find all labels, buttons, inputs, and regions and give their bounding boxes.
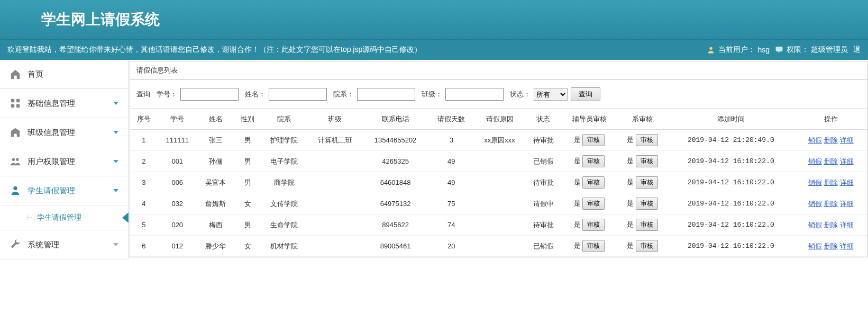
delete-link[interactable]: 删除 — [824, 221, 838, 229]
cell-addtime: 2019-04-12 16:10:22.0 — [668, 236, 794, 257]
class-label: 班级： — [422, 90, 442, 99]
cell-phone: 89005461 — [362, 236, 428, 257]
sidebar-label: 用户权限管理 — [28, 157, 75, 167]
cell-days: 49 — [428, 172, 474, 193]
detail-link[interactable]: 详细 — [840, 200, 854, 208]
delete-link[interactable]: 删除 — [824, 242, 838, 250]
user-label: 当前用户： — [718, 45, 755, 55]
welcome-text: 欢迎登陆我站，希望能给你带来好心情，其他话语请您自己修改，谢谢合作！（注：此处文… — [7, 45, 707, 55]
cell-advisor: 是 审核 — [562, 193, 617, 214]
sidebar-subitem-leave[interactable]: 学生请假管理 — [0, 205, 128, 230]
sidebar-item-user[interactable]: 用户权限管理 — [0, 147, 128, 176]
cancel-link[interactable]: 销假 — [808, 136, 822, 144]
delete-link[interactable]: 删除 — [824, 157, 838, 165]
sidebar-item-home[interactable]: 首页 — [0, 60, 128, 89]
class-input[interactable] — [445, 88, 504, 101]
col-status: 状态 — [525, 109, 562, 130]
header-subbar: 欢迎登陆我站，希望能给你带来好心情，其他话语请您自己修改，谢谢合作！（注：此处文… — [0, 40, 868, 60]
col-reason: 请假原因 — [474, 109, 525, 130]
cell-phone: 4265325 — [362, 151, 428, 172]
advisor-review-button[interactable]: 审核 — [582, 134, 605, 146]
dept-review-button[interactable]: 审核 — [636, 155, 658, 167]
cell-gender: 男 — [234, 214, 261, 236]
cell-name: 詹姆斯 — [197, 193, 234, 214]
cell-name: 孙俪 — [197, 151, 234, 172]
svg-point-9 — [13, 186, 17, 190]
delete-link[interactable]: 删除 — [824, 178, 838, 186]
cell-class — [307, 151, 363, 172]
cell-seq: 5 — [130, 214, 158, 236]
cancel-link[interactable]: 销假 — [808, 157, 822, 165]
chevron-down-icon — [113, 131, 118, 134]
sidebar-label: 学生请假管理 — [28, 186, 75, 196]
detail-link[interactable]: 详细 — [840, 221, 854, 229]
cell-days: 49 — [428, 151, 474, 172]
dept-review-button[interactable]: 审核 — [636, 219, 658, 231]
sidebar-item-base[interactable]: 基础信息管理 — [0, 89, 128, 118]
cell-advisor: 是 审核 — [562, 236, 617, 257]
advisor-review-button[interactable]: 审核 — [582, 219, 605, 231]
dept-review-button[interactable]: 审核 — [636, 134, 658, 146]
table-row: 3006吴官本男商学院6460184849待审批是 审核是 审核2019-04-… — [130, 172, 867, 193]
col-id: 学号 — [158, 109, 197, 130]
person-icon — [10, 185, 21, 196]
delete-link[interactable]: 删除 — [824, 136, 838, 144]
sidebar-item-leave[interactable]: 学生请假管理 — [0, 176, 128, 205]
col-phone: 联系电话 — [362, 109, 428, 130]
id-input[interactable] — [180, 88, 239, 101]
svg-rect-1 — [776, 47, 782, 51]
status-select[interactable]: 所有 — [534, 88, 568, 101]
main-content: 请假信息列表 查询 学号： 姓名： 院系： 班级： 状态： 所有 查询 序号 — [129, 60, 868, 260]
cell-reason — [474, 193, 525, 214]
advisor-review-button[interactable]: 审核 — [582, 198, 605, 210]
advisor-review-button[interactable]: 审核 — [582, 240, 605, 252]
cell-advisor: 是 审核 — [562, 151, 617, 172]
cell-phone: 8945622 — [362, 214, 428, 236]
cell-id: 111111 — [158, 130, 197, 151]
dept-review-button[interactable]: 审核 — [636, 176, 658, 189]
search-button[interactable]: 查询 — [571, 87, 600, 101]
cell-gender: 女 — [234, 236, 261, 257]
cell-dept: 护理学院 — [261, 130, 307, 151]
chevron-down-icon — [113, 243, 118, 246]
svg-rect-5 — [11, 104, 14, 108]
cell-dept: 生命学院 — [261, 214, 307, 236]
cell-seq: 6 — [130, 236, 158, 257]
sidebar: 首页 基础信息管理 班级信息管理 用户权限管理 学生请假管理 学生请假管理 — [0, 60, 129, 260]
sidebar-item-system[interactable]: 系统管理 — [0, 230, 128, 260]
table-row: 1111111张三男护理学院计算机二班135446552023xx原因xxx待审… — [130, 130, 867, 151]
user-icon — [707, 46, 715, 54]
cell-class — [307, 172, 363, 193]
advisor-review-button[interactable]: 审核 — [582, 176, 605, 189]
detail-link[interactable]: 详细 — [840, 136, 854, 144]
cell-op: 销假删除详细 — [794, 172, 867, 193]
advisor-review-button[interactable]: 审核 — [582, 155, 605, 167]
logout-link[interactable]: 退 — [853, 45, 861, 55]
detail-link[interactable]: 详细 — [840, 242, 854, 250]
cancel-link[interactable]: 销假 — [808, 200, 822, 208]
cancel-link[interactable]: 销假 — [808, 178, 822, 186]
col-dept-review: 系审核 — [617, 109, 668, 130]
dept-review-button[interactable]: 审核 — [636, 198, 658, 210]
cell-dept: 文传学院 — [261, 193, 307, 214]
panel: 请假信息列表 查询 学号： 姓名： 院系： 班级： 状态： 所有 查询 序号 — [130, 61, 868, 257]
table-row: 6012滕少华女机材学院8900546120已销假是 审核是 审核2019-04… — [130, 236, 867, 257]
detail-link[interactable]: 详细 — [840, 157, 854, 165]
chevron-down-icon — [113, 102, 118, 105]
cancel-link[interactable]: 销假 — [808, 242, 822, 250]
name-label: 姓名： — [245, 90, 266, 99]
search-prefix: 查询 — [136, 90, 150, 99]
user-value: hsg — [757, 46, 770, 54]
sidebar-item-class[interactable]: 班级信息管理 — [0, 118, 128, 147]
cell-addtime: 2019-04-12 16:10:22.0 — [668, 193, 794, 214]
panel-title: 请假信息列表 — [130, 61, 867, 80]
name-input[interactable] — [269, 88, 327, 101]
detail-link[interactable]: 详细 — [840, 178, 854, 186]
chevron-down-icon — [113, 160, 118, 163]
cancel-link[interactable]: 销假 — [808, 221, 822, 229]
dept-review-button[interactable]: 审核 — [636, 240, 658, 252]
dept-input[interactable] — [357, 88, 415, 101]
cell-dept-review: 是 审核 — [617, 236, 668, 257]
delete-link[interactable]: 删除 — [824, 200, 838, 208]
cell-status: 已销假 — [525, 151, 562, 172]
